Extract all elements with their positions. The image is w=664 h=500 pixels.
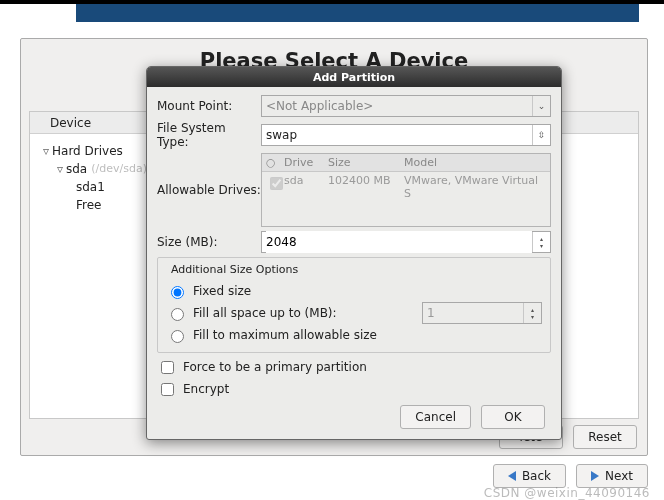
ok-button[interactable]: OK (481, 405, 545, 429)
drives-head-drive: Drive (280, 154, 324, 171)
back-button[interactable]: Back (493, 464, 566, 488)
tree-label: sda (66, 160, 87, 178)
tree-hint: (/dev/sda) (87, 160, 147, 178)
spinner-buttons-icon[interactable]: ▴▾ (523, 303, 541, 323)
watermark: CSDN @weixin_44090146 (484, 486, 650, 500)
fs-type-combo[interactable]: swap ⇳ (261, 124, 551, 146)
expand-icon[interactable]: ▿ (40, 142, 52, 160)
back-button-label: Back (522, 469, 551, 483)
add-partition-dialog: Add Partition Mount Point: <Not Applicab… (146, 66, 562, 440)
device-col-header: Device (30, 116, 111, 130)
updown-icon[interactable]: ⇳ (532, 125, 550, 145)
encrypt-label: Encrypt (183, 382, 229, 396)
fill-up-label: Fill all space up to (MB): (193, 306, 416, 320)
tree-label: Hard Drives (52, 142, 123, 160)
size-spinner[interactable]: ▴▾ (261, 231, 551, 253)
fs-type-value: swap (266, 128, 532, 142)
mount-point-value: <Not Applicable> (266, 99, 532, 113)
size-input[interactable] (266, 231, 532, 253)
allowable-drives-label: Allowable Drives: (157, 183, 261, 197)
encrypt-checkbox[interactable] (161, 383, 174, 396)
drive-row-model: VMware, VMware Virtual S (400, 172, 550, 202)
fixed-size-label: Fixed size (193, 284, 251, 298)
arrow-left-icon (508, 471, 516, 481)
drives-head-size: Size (324, 154, 400, 171)
drive-row-size: 102400 MB (324, 172, 400, 202)
additional-size-legend: Additional Size Options (168, 263, 301, 276)
force-primary-label: Force to be a primary partition (183, 360, 367, 374)
mount-point-label: Mount Point: (157, 99, 261, 113)
fs-type-label: File System Type: (157, 121, 261, 149)
fill-up-value: 1 (427, 306, 523, 320)
additional-size-group: Additional Size Options Fixed size Fill … (157, 257, 551, 353)
fill-up-radio[interactable] (171, 308, 184, 321)
expand-icon[interactable]: ▿ (54, 160, 66, 178)
drives-head-check: ○ (262, 154, 280, 171)
drive-row-drive: sda (280, 172, 324, 202)
force-primary-checkbox[interactable] (161, 361, 174, 374)
drives-head-model: Model (400, 154, 550, 171)
fill-max-label: Fill to maximum allowable size (193, 328, 377, 342)
tree-label: Free (76, 196, 101, 214)
tree-label: sda1 (76, 178, 105, 196)
fill-max-radio[interactable] (171, 330, 184, 343)
fill-up-spinner[interactable]: 1 ▴▾ (422, 302, 542, 324)
reset-button[interactable]: Reset (573, 425, 637, 449)
fixed-size-radio[interactable] (171, 286, 184, 299)
drive-row[interactable]: sda 102400 MB VMware, VMware Virtual S (262, 172, 550, 202)
size-label: Size (MB): (157, 235, 261, 249)
next-button[interactable]: Next (576, 464, 648, 488)
dialog-title: Add Partition (147, 67, 561, 87)
arrow-right-icon (591, 471, 599, 481)
chevron-down-icon[interactable]: ⌄ (532, 96, 550, 116)
mount-point-combo[interactable]: <Not Applicable> ⌄ (261, 95, 551, 117)
next-button-label: Next (605, 469, 633, 483)
cancel-button[interactable]: Cancel (400, 405, 471, 429)
allowable-drives-list[interactable]: ○ Drive Size Model sda 102400 MB VMware,… (261, 153, 551, 227)
spinner-buttons-icon[interactable]: ▴▾ (532, 232, 550, 252)
